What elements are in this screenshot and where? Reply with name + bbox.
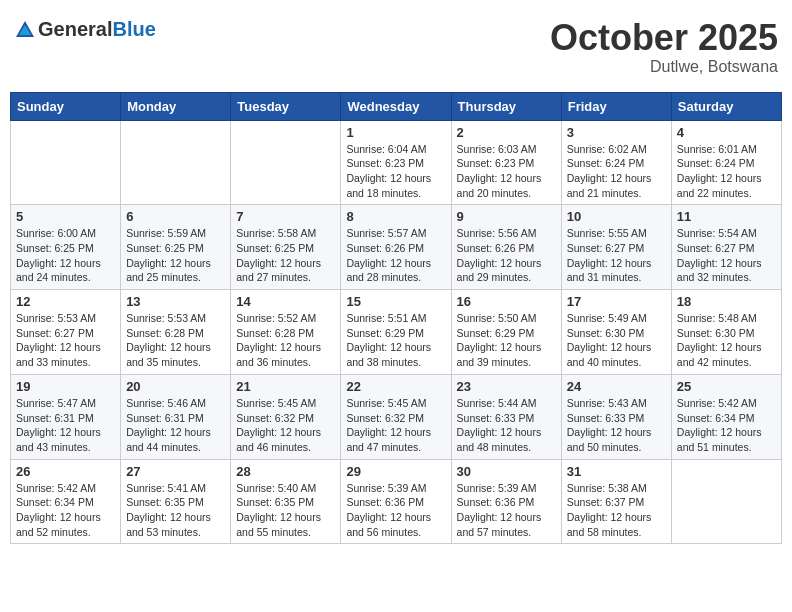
page-header: GeneralBlue October 2025 Dutlwe, Botswan…: [10, 10, 782, 84]
weekday-header-tuesday: Tuesday: [231, 92, 341, 120]
day-info: Sunrise: 5:50 AMSunset: 6:29 PMDaylight:…: [457, 311, 556, 370]
calendar-cell: 27Sunrise: 5:41 AMSunset: 6:35 PMDayligh…: [121, 459, 231, 544]
calendar-cell: [121, 120, 231, 205]
day-info: Sunrise: 6:03 AMSunset: 6:23 PMDaylight:…: [457, 142, 556, 201]
weekday-header-monday: Monday: [121, 92, 231, 120]
logo-icon: [14, 19, 36, 41]
day-number: 7: [236, 209, 335, 224]
day-number: 4: [677, 125, 776, 140]
calendar-cell: 24Sunrise: 5:43 AMSunset: 6:33 PMDayligh…: [561, 374, 671, 459]
day-info: Sunrise: 6:04 AMSunset: 6:23 PMDaylight:…: [346, 142, 445, 201]
calendar-week-row: 5Sunrise: 6:00 AMSunset: 6:25 PMDaylight…: [11, 205, 782, 290]
day-number: 6: [126, 209, 225, 224]
calendar-week-row: 12Sunrise: 5:53 AMSunset: 6:27 PMDayligh…: [11, 290, 782, 375]
day-info: Sunrise: 5:39 AMSunset: 6:36 PMDaylight:…: [457, 481, 556, 540]
day-number: 12: [16, 294, 115, 309]
day-number: 19: [16, 379, 115, 394]
calendar-cell: 28Sunrise: 5:40 AMSunset: 6:35 PMDayligh…: [231, 459, 341, 544]
calendar-cell: 26Sunrise: 5:42 AMSunset: 6:34 PMDayligh…: [11, 459, 121, 544]
day-info: Sunrise: 5:45 AMSunset: 6:32 PMDaylight:…: [236, 396, 335, 455]
calendar-week-row: 19Sunrise: 5:47 AMSunset: 6:31 PMDayligh…: [11, 374, 782, 459]
day-info: Sunrise: 5:43 AMSunset: 6:33 PMDaylight:…: [567, 396, 666, 455]
calendar-cell: 13Sunrise: 5:53 AMSunset: 6:28 PMDayligh…: [121, 290, 231, 375]
weekday-header-saturday: Saturday: [671, 92, 781, 120]
day-info: Sunrise: 5:48 AMSunset: 6:30 PMDaylight:…: [677, 311, 776, 370]
calendar-cell: 30Sunrise: 5:39 AMSunset: 6:36 PMDayligh…: [451, 459, 561, 544]
day-number: 26: [16, 464, 115, 479]
day-info: Sunrise: 5:55 AMSunset: 6:27 PMDaylight:…: [567, 226, 666, 285]
day-info: Sunrise: 5:53 AMSunset: 6:28 PMDaylight:…: [126, 311, 225, 370]
weekday-header-sunday: Sunday: [11, 92, 121, 120]
day-number: 1: [346, 125, 445, 140]
calendar-cell: 6Sunrise: 5:59 AMSunset: 6:25 PMDaylight…: [121, 205, 231, 290]
day-info: Sunrise: 5:56 AMSunset: 6:26 PMDaylight:…: [457, 226, 556, 285]
logo-blue-text: Blue: [112, 18, 155, 41]
day-number: 8: [346, 209, 445, 224]
day-number: 27: [126, 464, 225, 479]
calendar-cell: 19Sunrise: 5:47 AMSunset: 6:31 PMDayligh…: [11, 374, 121, 459]
calendar-cell: 15Sunrise: 5:51 AMSunset: 6:29 PMDayligh…: [341, 290, 451, 375]
day-number: 17: [567, 294, 666, 309]
day-number: 23: [457, 379, 556, 394]
calendar-cell: 8Sunrise: 5:57 AMSunset: 6:26 PMDaylight…: [341, 205, 451, 290]
day-info: Sunrise: 5:49 AMSunset: 6:30 PMDaylight:…: [567, 311, 666, 370]
month-title: October 2025: [550, 18, 778, 58]
day-number: 3: [567, 125, 666, 140]
day-number: 16: [457, 294, 556, 309]
day-number: 30: [457, 464, 556, 479]
day-info: Sunrise: 6:01 AMSunset: 6:24 PMDaylight:…: [677, 142, 776, 201]
day-info: Sunrise: 5:38 AMSunset: 6:37 PMDaylight:…: [567, 481, 666, 540]
calendar-cell: [231, 120, 341, 205]
day-info: Sunrise: 5:46 AMSunset: 6:31 PMDaylight:…: [126, 396, 225, 455]
day-number: 10: [567, 209, 666, 224]
calendar-cell: 22Sunrise: 5:45 AMSunset: 6:32 PMDayligh…: [341, 374, 451, 459]
day-number: 31: [567, 464, 666, 479]
day-number: 18: [677, 294, 776, 309]
calendar-cell: 7Sunrise: 5:58 AMSunset: 6:25 PMDaylight…: [231, 205, 341, 290]
day-number: 11: [677, 209, 776, 224]
day-info: Sunrise: 5:52 AMSunset: 6:28 PMDaylight:…: [236, 311, 335, 370]
day-info: Sunrise: 5:40 AMSunset: 6:35 PMDaylight:…: [236, 481, 335, 540]
calendar-cell: 18Sunrise: 5:48 AMSunset: 6:30 PMDayligh…: [671, 290, 781, 375]
calendar-cell: 1Sunrise: 6:04 AMSunset: 6:23 PMDaylight…: [341, 120, 451, 205]
day-number: 14: [236, 294, 335, 309]
day-info: Sunrise: 5:54 AMSunset: 6:27 PMDaylight:…: [677, 226, 776, 285]
day-number: 28: [236, 464, 335, 479]
calendar-cell: 31Sunrise: 5:38 AMSunset: 6:37 PMDayligh…: [561, 459, 671, 544]
day-number: 9: [457, 209, 556, 224]
day-info: Sunrise: 5:59 AMSunset: 6:25 PMDaylight:…: [126, 226, 225, 285]
day-info: Sunrise: 5:42 AMSunset: 6:34 PMDaylight:…: [16, 481, 115, 540]
title-block: October 2025 Dutlwe, Botswana: [550, 18, 778, 76]
day-info: Sunrise: 5:53 AMSunset: 6:27 PMDaylight:…: [16, 311, 115, 370]
day-number: 21: [236, 379, 335, 394]
day-number: 25: [677, 379, 776, 394]
logo: GeneralBlue: [14, 18, 156, 41]
calendar-cell: [11, 120, 121, 205]
day-number: 22: [346, 379, 445, 394]
weekday-header-friday: Friday: [561, 92, 671, 120]
logo-general-text: General: [38, 18, 112, 41]
calendar-cell: 12Sunrise: 5:53 AMSunset: 6:27 PMDayligh…: [11, 290, 121, 375]
day-info: Sunrise: 5:47 AMSunset: 6:31 PMDaylight:…: [16, 396, 115, 455]
calendar-cell: [671, 459, 781, 544]
calendar-cell: 4Sunrise: 6:01 AMSunset: 6:24 PMDaylight…: [671, 120, 781, 205]
day-number: 29: [346, 464, 445, 479]
day-info: Sunrise: 5:51 AMSunset: 6:29 PMDaylight:…: [346, 311, 445, 370]
calendar-cell: 21Sunrise: 5:45 AMSunset: 6:32 PMDayligh…: [231, 374, 341, 459]
calendar-cell: 25Sunrise: 5:42 AMSunset: 6:34 PMDayligh…: [671, 374, 781, 459]
weekday-header-thursday: Thursday: [451, 92, 561, 120]
calendar-cell: 9Sunrise: 5:56 AMSunset: 6:26 PMDaylight…: [451, 205, 561, 290]
calendar-cell: 16Sunrise: 5:50 AMSunset: 6:29 PMDayligh…: [451, 290, 561, 375]
day-number: 15: [346, 294, 445, 309]
day-info: Sunrise: 5:57 AMSunset: 6:26 PMDaylight:…: [346, 226, 445, 285]
calendar-table: SundayMondayTuesdayWednesdayThursdayFrid…: [10, 92, 782, 545]
calendar-cell: 2Sunrise: 6:03 AMSunset: 6:23 PMDaylight…: [451, 120, 561, 205]
calendar-week-row: 26Sunrise: 5:42 AMSunset: 6:34 PMDayligh…: [11, 459, 782, 544]
day-info: Sunrise: 5:58 AMSunset: 6:25 PMDaylight:…: [236, 226, 335, 285]
calendar-cell: 23Sunrise: 5:44 AMSunset: 6:33 PMDayligh…: [451, 374, 561, 459]
day-number: 20: [126, 379, 225, 394]
calendar-cell: 10Sunrise: 5:55 AMSunset: 6:27 PMDayligh…: [561, 205, 671, 290]
calendar-cell: 17Sunrise: 5:49 AMSunset: 6:30 PMDayligh…: [561, 290, 671, 375]
day-number: 13: [126, 294, 225, 309]
day-info: Sunrise: 6:02 AMSunset: 6:24 PMDaylight:…: [567, 142, 666, 201]
